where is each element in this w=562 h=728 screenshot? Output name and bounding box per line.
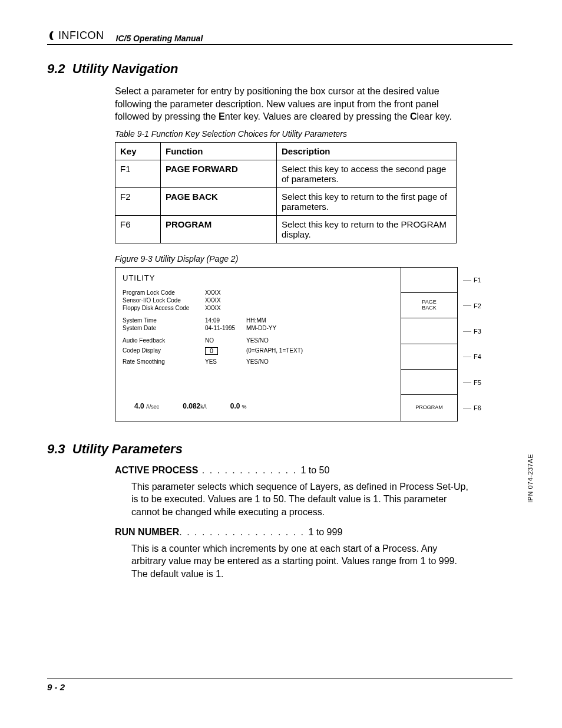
- th-key: Key: [115, 142, 161, 160]
- fig-options: Audio FeedbackNOYES/NO Codep Display0(0=…: [123, 337, 392, 365]
- page-footer: 9 - 2: [47, 678, 513, 693]
- param-run-number: RUN NUMBER. . . . . . . . . . . . . . . …: [115, 527, 471, 581]
- fig-lockcodes: Program Lock CodeXXXX Sensor-I/O Lock Co…: [123, 289, 392, 311]
- manual-title: IC/5 Operating Manual: [116, 34, 203, 43]
- section-9-2-intro: Select a parameter for entry by position…: [115, 85, 471, 123]
- function-key-table: Key Function Description F1 PAGE FORWARD…: [115, 142, 457, 243]
- fig-side-labels: PAGEBACK PROGRAM: [401, 268, 457, 421]
- table-row: F6 PROGRAM Select this key to return to …: [115, 215, 457, 243]
- table-row: F2 PAGE BACK Select this key to return t…: [115, 187, 457, 215]
- section-9-2-heading: 9.2 Utility Navigation: [47, 61, 513, 77]
- table-row: F1 PAGE FORWARD Select this key to acces…: [115, 160, 457, 187]
- page-header: INFICON IC/5 Operating Manual: [47, 29, 513, 45]
- brand-logo: INFICON: [47, 29, 104, 42]
- figure-9-3-caption: Figure 9-3 Utility Display (Page 2): [115, 254, 513, 263]
- fig-fkey-labels: F1 F2 F3 F4 F5 F6: [463, 268, 482, 421]
- param-active-process: ACTIVE PROCESS . . . . . . . . . . . . .…: [115, 465, 471, 519]
- logo-icon: [47, 31, 57, 41]
- section-9-3-heading: 9.3 Utility Parameters: [47, 442, 513, 457]
- th-function: Function: [161, 142, 277, 160]
- fig-datetime: System Time14:09HH:MM System Date04-11-1…: [123, 317, 392, 331]
- table-9-1-caption: Table 9-1 Function Key Selection Choices…: [115, 129, 513, 139]
- utility-display-figure: UTILITY Program Lock CodeXXXX Sensor-I/O…: [115, 267, 458, 421]
- page-number: 9 - 2: [47, 682, 65, 692]
- fig-title: UTILITY: [123, 274, 392, 282]
- ipn-code: IPN 074-237AE: [527, 454, 534, 503]
- fig-status-bar: 4.0 Å/sec 0.082kÅ 0.0 %: [134, 402, 247, 410]
- brand-text: INFICON: [58, 29, 104, 42]
- th-description: Description: [277, 142, 457, 160]
